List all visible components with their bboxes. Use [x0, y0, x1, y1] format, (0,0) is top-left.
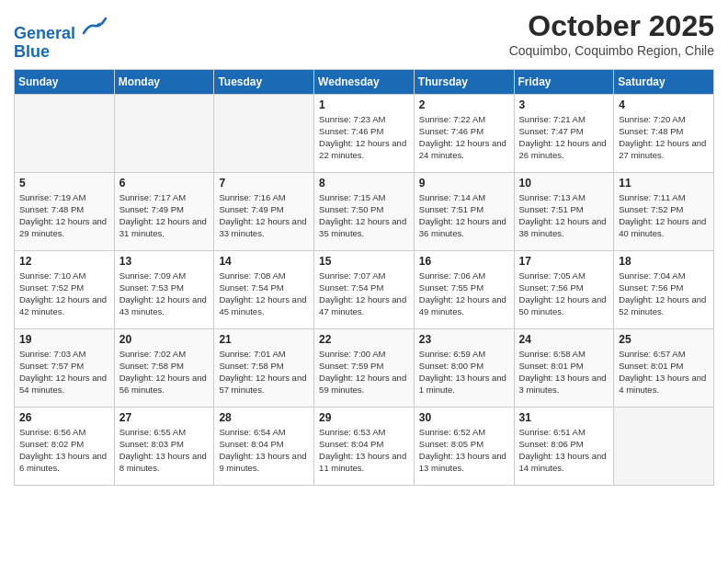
day-number: 31	[519, 411, 609, 424]
cell-info: Sunrise: 7:11 AMSunset: 7:52 PMDaylight:…	[619, 191, 709, 240]
week-row: 5Sunrise: 7:19 AMSunset: 7:48 PMDaylight…	[15, 172, 714, 250]
calendar-cell: 9Sunrise: 7:14 AMSunset: 7:51 PMDaylight…	[414, 172, 514, 250]
calendar-cell: 2Sunrise: 7:22 AMSunset: 7:46 PMDaylight…	[414, 94, 514, 172]
weekday-header: Thursday	[414, 69, 514, 94]
calendar-cell: 26Sunrise: 6:56 AMSunset: 8:02 PMDayligh…	[15, 407, 115, 485]
cell-info: Sunrise: 7:06 AMSunset: 7:55 PMDaylight:…	[419, 270, 509, 318]
cell-info: Sunrise: 7:14 AMSunset: 7:51 PMDaylight:…	[419, 191, 509, 240]
cell-info: Sunrise: 6:59 AMSunset: 8:00 PMDaylight:…	[419, 348, 509, 396]
day-number: 11	[619, 177, 709, 190]
weekday-header: Sunday	[15, 69, 115, 94]
cell-info: Sunrise: 7:03 AMSunset: 7:57 PMDaylight:…	[19, 348, 109, 396]
calendar-cell	[214, 94, 314, 172]
day-number: 22	[319, 333, 409, 346]
calendar-cell	[15, 94, 115, 172]
day-number: 29	[319, 411, 409, 424]
header: General Blue October 2025 Coquimbo, Coqu…	[14, 9, 714, 62]
cell-info: Sunrise: 7:23 AMSunset: 7:46 PMDaylight:…	[319, 113, 409, 162]
cell-info: Sunrise: 7:13 AMSunset: 7:51 PMDaylight:…	[519, 191, 609, 240]
week-row: 19Sunrise: 7:03 AMSunset: 7:57 PMDayligh…	[15, 328, 714, 407]
day-number: 6	[119, 177, 210, 190]
weekday-header: Monday	[114, 69, 214, 94]
logo-blue: Blue	[14, 42, 50, 61]
day-number: 14	[219, 255, 309, 268]
calendar-cell: 23Sunrise: 6:59 AMSunset: 8:00 PMDayligh…	[414, 328, 514, 407]
cell-info: Sunrise: 7:21 AMSunset: 7:47 PMDaylight:…	[519, 113, 609, 162]
cell-info: Sunrise: 7:22 AMSunset: 7:46 PMDaylight:…	[419, 113, 509, 162]
cell-info: Sunrise: 6:52 AMSunset: 8:05 PMDaylight:…	[419, 426, 509, 475]
day-number: 28	[219, 411, 309, 424]
calendar-cell: 30Sunrise: 6:52 AMSunset: 8:05 PMDayligh…	[414, 407, 514, 485]
cell-info: Sunrise: 7:16 AMSunset: 7:49 PMDaylight:…	[219, 191, 309, 240]
cell-info: Sunrise: 6:54 AMSunset: 8:04 PMDaylight:…	[219, 426, 309, 475]
calendar-cell: 18Sunrise: 7:04 AMSunset: 7:56 PMDayligh…	[614, 250, 714, 328]
calendar-cell: 28Sunrise: 6:54 AMSunset: 8:04 PMDayligh…	[214, 407, 314, 485]
cell-info: Sunrise: 7:01 AMSunset: 7:58 PMDaylight:…	[219, 348, 309, 396]
day-number: 15	[319, 255, 409, 268]
day-number: 27	[119, 411, 210, 424]
calendar-cell: 31Sunrise: 6:51 AMSunset: 8:06 PMDayligh…	[514, 407, 614, 485]
week-row: 12Sunrise: 7:10 AMSunset: 7:52 PMDayligh…	[15, 250, 714, 328]
weekday-header: Saturday	[614, 69, 714, 94]
weekday-header: Tuesday	[214, 69, 314, 94]
cell-info: Sunrise: 7:05 AMSunset: 7:56 PMDaylight:…	[519, 270, 609, 318]
calendar-cell: 5Sunrise: 7:19 AMSunset: 7:48 PMDaylight…	[15, 172, 115, 250]
day-number: 13	[119, 255, 210, 268]
calendar-cell: 19Sunrise: 7:03 AMSunset: 7:57 PMDayligh…	[15, 328, 115, 407]
calendar-cell: 20Sunrise: 7:02 AMSunset: 7:58 PMDayligh…	[114, 328, 214, 407]
day-number: 25	[619, 333, 709, 346]
day-number: 7	[219, 177, 309, 190]
calendar-cell: 7Sunrise: 7:16 AMSunset: 7:49 PMDaylight…	[214, 172, 314, 250]
day-number: 24	[519, 333, 609, 346]
day-number: 16	[419, 255, 509, 268]
day-number: 8	[319, 177, 409, 190]
calendar-cell: 27Sunrise: 6:55 AMSunset: 8:03 PMDayligh…	[114, 407, 214, 485]
cell-info: Sunrise: 7:04 AMSunset: 7:56 PMDaylight:…	[619, 270, 709, 318]
day-number: 1	[319, 98, 409, 111]
day-number: 4	[619, 98, 709, 111]
title-area: October 2025 Coquimbo, Coquimbo Region, …	[509, 9, 714, 58]
calendar-cell: 6Sunrise: 7:17 AMSunset: 7:49 PMDaylight…	[114, 172, 214, 250]
day-number: 20	[119, 333, 210, 346]
month-title: October 2025	[509, 9, 714, 43]
day-number: 10	[519, 177, 609, 190]
calendar-cell: 12Sunrise: 7:10 AMSunset: 7:52 PMDayligh…	[15, 250, 115, 328]
cell-info: Sunrise: 6:58 AMSunset: 8:01 PMDaylight:…	[519, 348, 609, 396]
cell-info: Sunrise: 7:17 AMSunset: 7:49 PMDaylight:…	[119, 191, 210, 240]
calendar-cell: 3Sunrise: 7:21 AMSunset: 7:47 PMDaylight…	[514, 94, 614, 172]
logo: General Blue	[14, 13, 108, 62]
calendar-table: SundayMondayTuesdayWednesdayThursdayFrid…	[14, 69, 714, 486]
header-row: SundayMondayTuesdayWednesdayThursdayFrid…	[15, 69, 714, 94]
day-number: 12	[19, 255, 109, 268]
cell-info: Sunrise: 6:53 AMSunset: 8:04 PMDaylight:…	[319, 426, 409, 475]
day-number: 19	[19, 333, 109, 346]
weekday-header: Friday	[514, 69, 614, 94]
day-number: 18	[619, 255, 709, 268]
cell-info: Sunrise: 7:08 AMSunset: 7:54 PMDaylight:…	[219, 270, 309, 318]
cell-info: Sunrise: 7:07 AMSunset: 7:54 PMDaylight:…	[319, 270, 409, 318]
day-number: 30	[419, 411, 509, 424]
calendar-cell: 15Sunrise: 7:07 AMSunset: 7:54 PMDayligh…	[314, 250, 415, 328]
week-row: 1Sunrise: 7:23 AMSunset: 7:46 PMDaylight…	[15, 94, 714, 172]
day-number: 5	[19, 177, 109, 190]
day-number: 26	[19, 411, 109, 424]
calendar-cell: 11Sunrise: 7:11 AMSunset: 7:52 PMDayligh…	[614, 172, 714, 250]
calendar-cell: 8Sunrise: 7:15 AMSunset: 7:50 PMDaylight…	[314, 172, 415, 250]
calendar-cell: 13Sunrise: 7:09 AMSunset: 7:53 PMDayligh…	[114, 250, 214, 328]
cell-info: Sunrise: 7:09 AMSunset: 7:53 PMDaylight:…	[119, 270, 210, 318]
day-number: 17	[519, 255, 609, 268]
calendar-cell: 1Sunrise: 7:23 AMSunset: 7:46 PMDaylight…	[314, 94, 415, 172]
cell-info: Sunrise: 6:51 AMSunset: 8:06 PMDaylight:…	[519, 426, 609, 475]
calendar-cell	[614, 407, 714, 485]
calendar-cell: 29Sunrise: 6:53 AMSunset: 8:04 PMDayligh…	[314, 407, 415, 485]
calendar-cell: 4Sunrise: 7:20 AMSunset: 7:48 PMDaylight…	[614, 94, 714, 172]
day-number: 9	[419, 177, 509, 190]
day-number: 23	[419, 333, 509, 346]
calendar-cell: 25Sunrise: 6:57 AMSunset: 8:01 PMDayligh…	[614, 328, 714, 407]
subtitle: Coquimbo, Coquimbo Region, Chile	[509, 43, 714, 58]
cell-info: Sunrise: 6:55 AMSunset: 8:03 PMDaylight:…	[119, 426, 210, 475]
calendar-cell: 21Sunrise: 7:01 AMSunset: 7:58 PMDayligh…	[214, 328, 314, 407]
week-row: 26Sunrise: 6:56 AMSunset: 8:02 PMDayligh…	[15, 407, 714, 485]
cell-info: Sunrise: 7:20 AMSunset: 7:48 PMDaylight:…	[619, 113, 709, 162]
calendar-cell	[114, 94, 214, 172]
